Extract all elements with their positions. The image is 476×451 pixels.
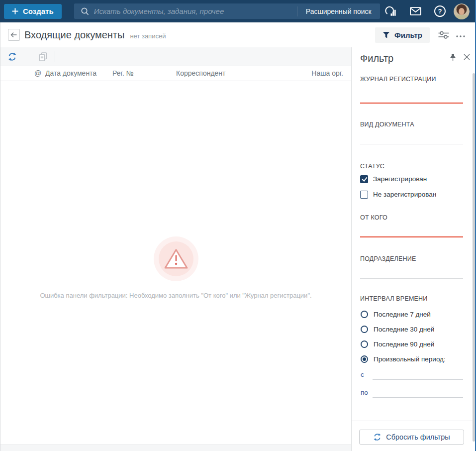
column-header-date[interactable]: Дата документа <box>45 69 96 77</box>
records-count-status: нет записей <box>130 32 166 40</box>
plus-icon <box>12 8 18 14</box>
radio-30days[interactable] <box>361 326 368 333</box>
date-from-label: с <box>361 371 364 378</box>
topbar: Создать Расширенный поиск <box>0 0 476 22</box>
refresh-icon <box>373 433 381 441</box>
filter-button[interactable]: Фильтр <box>375 27 430 43</box>
column-header-organization[interactable]: Наша орг. <box>311 69 343 77</box>
back-button[interactable] <box>8 29 20 41</box>
more-actions-icon[interactable] <box>456 35 466 38</box>
radio-90days[interactable] <box>361 340 368 348</box>
page-title: Входящие документы <box>24 29 124 41</box>
radio-label: Последние 90 дней <box>374 340 434 348</box>
journal-field <box>360 91 463 104</box>
radio-7days[interactable] <box>361 311 368 318</box>
doc-type-input[interactable] <box>360 132 463 144</box>
filter-panel-title: Фильтр <box>360 53 393 64</box>
column-header-correspondent[interactable]: Корреспондент <box>176 69 226 77</box>
toolbar-divider <box>55 51 55 62</box>
column-header-attachment[interactable]: @ <box>34 69 41 77</box>
date-to-input[interactable] <box>373 386 463 397</box>
from-input[interactable] <box>360 225 463 236</box>
status-section-label: СТАТУС <box>360 163 384 170</box>
help-icon[interactable] <box>434 5 446 17</box>
journal-input[interactable] <box>360 91 463 103</box>
department-field-label: ПОДРАЗДЕЛЕНИЕ <box>360 255 416 262</box>
search-icon <box>81 7 90 16</box>
checkbox-label: Не зарегистрирован <box>373 191 436 198</box>
close-icon[interactable] <box>464 54 470 60</box>
user-avatar[interactable] <box>454 3 470 19</box>
status-option-not-registered[interactable]: Не зарегистрирован <box>360 190 436 199</box>
panel-footer-divider <box>352 421 476 421</box>
interval-section-label: ИНТЕРВАЛ ВРЕМЕНИ <box>360 295 428 302</box>
interval-option-custom[interactable]: Произвольный период: <box>361 355 446 363</box>
search-input[interactable] <box>94 7 297 15</box>
column-header-regnumber[interactable]: Рег. № <box>112 69 134 77</box>
from-field-label: ОТ КОГО <box>360 214 387 221</box>
reset-filters-button[interactable]: Сбросить фильтры <box>359 430 464 445</box>
interval-option-7days[interactable]: Последние 7 дней <box>361 310 431 318</box>
date-to-field <box>373 386 463 398</box>
date-from-input[interactable] <box>373 368 463 379</box>
radio-label: Последние 7 дней <box>374 311 431 318</box>
date-to-label: по <box>361 389 368 396</box>
status-option-registered[interactable]: Зарегистрирован <box>360 175 427 183</box>
radio-custom-period[interactable] <box>361 355 368 363</box>
date-from-field <box>373 368 463 380</box>
department-field <box>360 266 463 279</box>
checkbox-label: Зарегистрирован <box>373 175 427 183</box>
filter-panel: Фильтр ЖУРНАЛ РЕГИСТРАЦИИ ВИД ДОКУМЕНТА … <box>351 47 476 451</box>
page-header: Входящие документы нет записей Фильтр <box>0 22 476 47</box>
global-search-bar: Расширенный поиск <box>74 3 380 19</box>
view-settings-icon[interactable] <box>438 31 449 39</box>
filter-button-label: Фильтр <box>394 31 422 39</box>
interval-option-90days[interactable]: Последние 90 дней <box>361 340 434 348</box>
warning-triangle-icon <box>164 248 189 270</box>
list-toolbar <box>0 47 351 66</box>
radio-label: Произвольный период: <box>374 355 446 363</box>
funnel-icon <box>382 31 390 39</box>
checkbox-registered[interactable] <box>360 175 368 183</box>
advanced-search-button[interactable]: Расширенный поиск <box>297 3 380 19</box>
create-button-label: Создать <box>23 7 54 15</box>
create-button[interactable]: Создать <box>4 4 62 19</box>
warning-illustration <box>154 236 198 281</box>
pin-icon[interactable] <box>449 53 457 61</box>
doc-type-field <box>360 132 463 144</box>
journal-field-label: ЖУРНАЛ РЕГИСТРАЦИИ <box>360 76 436 83</box>
status-strip <box>0 444 351 451</box>
copy-icon[interactable] <box>39 52 47 61</box>
filter-error-message: Ошибка панели фильтрации: Необходимо зап… <box>0 292 351 299</box>
checkbox-not-registered[interactable] <box>360 191 368 199</box>
from-field <box>360 225 463 237</box>
table-header: @ Дата документа Рег. № Корреспондент На… <box>0 66 351 81</box>
interval-option-30days[interactable]: Последние 30 дней <box>361 325 434 333</box>
department-input[interactable] <box>360 266 463 278</box>
reset-filters-label: Сбросить фильтры <box>386 433 450 441</box>
analytics-icon[interactable] <box>384 5 396 17</box>
document-list-area: @ Дата документа Рег. № Корреспондент На… <box>0 47 351 451</box>
mail-icon[interactable] <box>410 7 421 15</box>
refresh-icon[interactable] <box>7 52 17 61</box>
doc-type-field-label: ВИД ДОКУМЕНТА <box>360 121 414 128</box>
radio-label: Последние 30 дней <box>374 326 434 333</box>
back-arrow-icon <box>10 32 17 38</box>
